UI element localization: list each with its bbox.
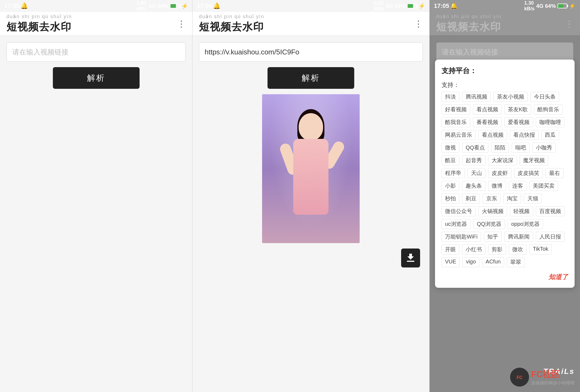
app-main-title-middle: 短视频去水印 xyxy=(199,20,264,34)
app-title-middle: duǎn shì pín qù shuǐ yìn 短视频去水印 xyxy=(199,14,264,34)
video-person xyxy=(262,94,360,243)
panel-middle: 17:04 🔔 0.10kB/s 4G 62% ⚡ duǎn shì pín q… xyxy=(192,0,430,392)
platform-tag: 看点快报 xyxy=(510,130,539,140)
platform-tag: 最右 xyxy=(546,168,563,178)
platform-tag: 趣头条 xyxy=(462,181,485,191)
platform-tag: 翠翠 xyxy=(507,257,525,267)
platform-tag: 皮皮搞笑 xyxy=(514,168,543,178)
platforms-dialog: 支持平台： 支持： 抖淡 腾讯视频 茶友小视频 今日头条 好看视频 看点视频 茶… xyxy=(435,60,575,288)
download-icon xyxy=(406,253,415,263)
dialog-title: 支持平台： xyxy=(442,66,568,76)
thunder-left: ⚡ xyxy=(181,3,188,9)
platform-tag: 程序帝 xyxy=(442,168,465,178)
platform-tag: 京东 xyxy=(483,194,501,204)
download-area xyxy=(199,249,423,273)
platform-tag: QQ浏览器 xyxy=(473,219,505,229)
person-head xyxy=(299,113,323,140)
video-frame xyxy=(262,94,360,243)
platform-tag: 连客 xyxy=(509,181,527,191)
platform-tag: 好看视频 xyxy=(442,104,470,115)
app-subtitle-right: duǎn shì pín qù shuǐ yìn xyxy=(436,14,501,19)
status-bar-right-info-left: 1.80kB/s 4G 64% ⚡ xyxy=(137,0,188,12)
watermark-sub: 游戏辅助网@小布哩哩 xyxy=(531,380,575,386)
url-input-left[interactable] xyxy=(7,42,186,62)
platform-tag: 知乎 xyxy=(484,232,502,242)
platform-tag: 魔牙视频 xyxy=(520,155,548,165)
network-left: 4G xyxy=(149,3,156,9)
platform-tag: TikTok xyxy=(529,244,552,254)
content-left: 解析 xyxy=(0,36,192,392)
person-figure xyxy=(278,113,343,243)
platform-tag: 腾讯视频 xyxy=(462,92,491,102)
time-left: 17:05 xyxy=(4,2,20,9)
platform-tag: 美团买卖 xyxy=(529,181,558,191)
platform-tag: 西瓜 xyxy=(541,130,559,140)
know-button[interactable]: 知道了 xyxy=(549,273,568,280)
parse-button-middle[interactable]: 解析 xyxy=(268,67,354,89)
platform-tag: 看点视频 xyxy=(478,130,507,140)
platform-tag: 天猫 xyxy=(524,194,542,204)
watermark-text-area: FC社区 游戏辅助网@小布哩哩 xyxy=(531,368,575,386)
platform-tag: 茶友小视频 xyxy=(494,92,528,102)
platform-tag: 起音秀 xyxy=(462,155,485,165)
status-bar-left-info: 17:05 🔔 xyxy=(4,2,28,9)
platform-tag: 陌陌 xyxy=(491,143,509,153)
svg-text:FC: FC xyxy=(517,375,523,380)
platform-tag: vigo xyxy=(462,257,479,267)
platform-tag: 万能钥匙WiFi xyxy=(442,232,481,242)
platform-tag: 腾讯新闻 xyxy=(504,232,533,242)
status-bar-right: 17:05 🔔 1.30kB/s 4G 64% ⚡ xyxy=(430,0,580,12)
platform-tag: 抖淡 xyxy=(442,92,459,102)
bell-left: 🔔 xyxy=(21,2,28,9)
platform-tag: 天山 xyxy=(468,168,485,178)
platform-tag: 看点视频 xyxy=(473,104,502,115)
platform-tag: 淘宝 xyxy=(503,194,521,204)
platform-tag: 嗡吧 xyxy=(512,143,530,153)
menu-button-left[interactable]: ⋮ xyxy=(177,19,186,29)
battery-left: 64% xyxy=(157,3,168,9)
app-subtitle-left: duǎn shì pín qù shuǐ yìn xyxy=(7,14,72,19)
platforms-section: 支持： 抖淡 腾讯视频 茶友小视频 今日头条 好看视频 看点视频 茶友K歌 酷狗… xyxy=(442,81,568,267)
app-title-right: duǎn shì pín qù shuǐ yìn 短视频去水印 xyxy=(436,14,501,34)
watermark-brand: FC社区 xyxy=(531,368,575,380)
bell-middle: 🔔 xyxy=(213,2,220,9)
url-input-middle[interactable] xyxy=(199,42,423,62)
time-middle: 17:04 xyxy=(197,2,212,9)
platform-tag: 微信公众号 xyxy=(442,206,476,216)
status-bar-left: 17:05 🔔 1.80kB/s 4G 64% ⚡ xyxy=(0,0,192,12)
parse-button-left[interactable]: 解析 xyxy=(53,67,140,89)
thunder-right: ⚡ xyxy=(569,3,576,9)
panel-right: 17:05 🔔 1.30kB/s 4G 64% ⚡ duǎn shì pín q… xyxy=(430,0,580,392)
download-button[interactable] xyxy=(401,249,420,267)
time-right: 17:05 xyxy=(434,2,449,9)
platform-tag: 酷狗音乐 xyxy=(534,104,563,115)
content-middle: 解析 xyxy=(192,36,429,392)
app-main-title-right: 短视频去水印 xyxy=(436,20,501,34)
platform-tag: 小影 xyxy=(442,181,459,191)
signal-middle: 0.10kB/s xyxy=(374,0,384,12)
panel-left: 17:05 🔔 1.80kB/s 4G 64% ⚡ duǎn shì pín q… xyxy=(0,0,192,392)
menu-button-middle[interactable]: ⋮ xyxy=(414,19,423,29)
platform-tag: 剪影 xyxy=(488,244,506,254)
platform-tag: 小咖秀 xyxy=(532,143,556,153)
battery-right: 64% xyxy=(545,3,556,9)
person-body xyxy=(293,139,328,215)
platform-tag: 小红书 xyxy=(462,244,485,254)
watermark: FC FC社区 游戏辅助网@小布哩哩 xyxy=(510,368,575,387)
menu-button-right[interactable]: ⋮ xyxy=(565,19,573,29)
platform-tag: 微视 xyxy=(442,143,459,153)
platform-tag: 茶友K歌 xyxy=(504,104,531,115)
url-input-right[interactable] xyxy=(436,42,573,62)
platform-tag: 微博 xyxy=(488,181,506,191)
network-right: 4G xyxy=(536,3,543,9)
status-bar-left-info-right: 17:05 🔔 xyxy=(434,2,457,9)
thunder-middle: ⚡ xyxy=(418,3,425,9)
platform-tag: ACfun xyxy=(482,257,504,267)
svg-rect-0 xyxy=(407,261,414,262)
platform-tag: 火锅视频 xyxy=(478,206,507,216)
platform-tag: 轻视频 xyxy=(510,206,533,216)
watermark-icon: FC xyxy=(510,368,529,387)
video-container xyxy=(199,94,423,243)
signal-left: 1.80kB/s xyxy=(137,0,147,12)
bell-right: 🔔 xyxy=(450,2,457,9)
